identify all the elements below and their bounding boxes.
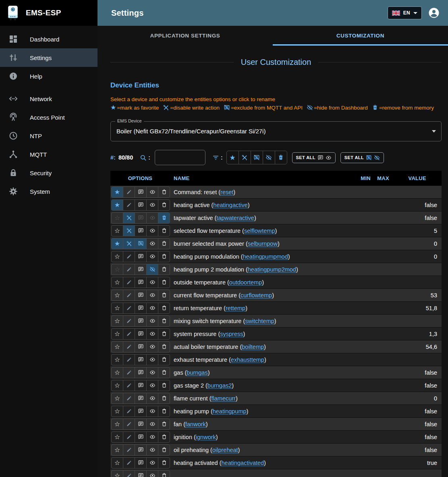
entity-name-link[interactable]: ignwork	[196, 434, 216, 440]
write-toggle[interactable]	[123, 432, 135, 442]
write-toggle[interactable]	[123, 251, 135, 262]
favorite-toggle[interactable]: ☆	[112, 316, 123, 326]
favorite-toggle[interactable]: ☆	[112, 264, 123, 275]
account-button[interactable]	[428, 7, 440, 19]
write-toggle[interactable]	[123, 238, 135, 249]
write-toggle[interactable]	[123, 329, 135, 339]
entity-name[interactable]: flame current (flamecurr)	[170, 395, 352, 402]
favorite-toggle[interactable]: ☆	[112, 419, 123, 429]
visibility-toggle[interactable]	[146, 445, 158, 455]
entity-name-link[interactable]: heatingactivated	[222, 460, 264, 466]
search-input[interactable]	[155, 150, 205, 165]
favorite-toggle[interactable]: ★	[112, 200, 123, 210]
visibility-toggle[interactable]	[146, 277, 158, 288]
favorite-toggle[interactable]: ★	[112, 238, 123, 249]
delete-toggle[interactable]	[158, 213, 170, 223]
sidebar-item-access-point[interactable]: Access Point	[0, 108, 97, 127]
visibility-toggle[interactable]	[146, 380, 158, 391]
write-toggle[interactable]	[123, 445, 135, 455]
delete-toggle[interactable]	[158, 393, 170, 404]
ems-device-select[interactable]: EMS Device Boiler (Nefit GBx72/Trendline…	[110, 121, 442, 141]
visibility-toggle[interactable]	[146, 419, 158, 429]
delete-toggle[interactable]	[158, 419, 170, 429]
write-toggle[interactable]	[123, 419, 135, 429]
write-toggle[interactable]	[123, 406, 135, 417]
sidebar-item-system[interactable]: System	[0, 182, 97, 201]
sidebar-item-help[interactable]: Help	[0, 67, 97, 85]
entity-name[interactable]: heating pump 2 modulation (heatingpump2m…	[170, 266, 352, 273]
mqtt-toggle[interactable]	[135, 213, 146, 223]
write-toggle[interactable]	[123, 290, 135, 301]
delete-toggle[interactable]	[158, 458, 170, 468]
delete-toggle[interactable]	[158, 471, 170, 477]
language-selector[interactable]: EN	[388, 6, 422, 19]
favorite-toggle[interactable]: ☆	[112, 213, 123, 223]
mqtt-toggle[interactable]	[135, 342, 146, 352]
set-all-show-button[interactable]: SET ALL	[292, 152, 336, 163]
delete-toggle[interactable]	[158, 238, 170, 249]
visibility-toggle[interactable]	[146, 213, 158, 223]
mqtt-toggle[interactable]	[135, 277, 146, 288]
entity-name-link[interactable]: curflowtemp	[241, 292, 272, 299]
entity-name[interactable]: fan (fanwork)	[170, 421, 352, 427]
tab-customization[interactable]: CUSTOMIZATION	[273, 26, 448, 46]
entity-name[interactable]: heating pump (heatingpump)	[170, 408, 352, 415]
favorite-toggle[interactable]: ☆	[112, 458, 123, 468]
entity-name-link[interactable]: heatingpump	[213, 408, 247, 415]
set-all-hide-button[interactable]: SET ALL	[340, 152, 384, 163]
visibility-toggle[interactable]	[146, 355, 158, 365]
mqtt-toggle[interactable]	[135, 406, 146, 417]
entity-name[interactable]: burner selected max power (selburnpow)	[170, 241, 352, 247]
favorite-toggle[interactable]: ☆	[112, 290, 123, 301]
mqtt-toggle[interactable]	[135, 303, 146, 313]
favorite-toggle[interactable]: ☆	[112, 251, 123, 262]
mqtt-toggle[interactable]	[135, 393, 146, 404]
write-toggle[interactable]	[123, 226, 135, 236]
sidebar-item-ntp[interactable]: NTP	[0, 127, 97, 145]
mqtt-toggle[interactable]	[135, 367, 146, 378]
delete-toggle[interactable]	[158, 432, 170, 442]
delete-toggle[interactable]	[158, 316, 170, 326]
write-toggle[interactable]	[123, 316, 135, 326]
visibility-toggle[interactable]	[146, 187, 158, 197]
visibility-toggle[interactable]	[146, 200, 158, 210]
tab-application-settings[interactable]: APPLICATION SETTINGS	[97, 26, 273, 46]
entity-name[interactable]: return temperature (rettemp)	[170, 305, 352, 311]
favorite-toggle[interactable]: ☆	[112, 355, 123, 365]
mqtt-toggle[interactable]	[135, 316, 146, 326]
visibility-toggle[interactable]	[146, 406, 158, 417]
entity-name-link[interactable]: burngas2	[207, 382, 232, 389]
entity-name[interactable]: exhaust temperature (exhausttemp)	[170, 357, 352, 363]
filter-write-toggle[interactable]	[239, 151, 251, 164]
delete-toggle[interactable]	[158, 290, 170, 301]
write-toggle[interactable]	[123, 355, 135, 365]
favorite-toggle[interactable]: ☆	[112, 406, 123, 417]
entity-name[interactable]: tapwater active (tapwateractive)	[170, 215, 352, 221]
write-toggle[interactable]	[123, 471, 135, 477]
entity-name-link[interactable]: heatingactive	[213, 202, 247, 208]
delete-toggle[interactable]	[158, 406, 170, 417]
mqtt-toggle[interactable]	[135, 445, 146, 455]
mqtt-toggle[interactable]	[135, 200, 146, 210]
write-toggle[interactable]	[123, 393, 135, 404]
entity-name[interactable]: heating activated (heatingactivated)	[170, 460, 352, 466]
sidebar-item-dashboard[interactable]: Dashboard	[0, 30, 97, 48]
filter-mqtt-toggle[interactable]	[251, 151, 263, 164]
favorite-toggle[interactable]: ☆	[112, 342, 123, 352]
visibility-toggle[interactable]	[146, 393, 158, 404]
delete-toggle[interactable]	[158, 342, 170, 352]
sidebar-item-settings[interactable]: Settings	[0, 48, 97, 67]
visibility-toggle[interactable]	[146, 290, 158, 301]
entity-name-link[interactable]: boiltemp	[242, 344, 264, 350]
mqtt-toggle[interactable]	[135, 355, 146, 365]
entity-name[interactable]: mixing switch temperature (switchtemp)	[170, 318, 352, 324]
delete-toggle[interactable]	[158, 251, 170, 262]
favorite-toggle[interactable]: ☆	[112, 226, 123, 236]
favorite-toggle[interactable]: ☆	[112, 380, 123, 391]
delete-toggle[interactable]	[158, 187, 170, 197]
entity-name[interactable]: system pressure (syspress)	[170, 331, 352, 337]
entity-name[interactable]: gas stage 2 (burngas2)	[170, 382, 352, 389]
entity-name-link[interactable]: selflowtemp	[244, 228, 275, 234]
visibility-toggle[interactable]	[146, 264, 158, 275]
visibility-toggle[interactable]	[146, 471, 158, 477]
